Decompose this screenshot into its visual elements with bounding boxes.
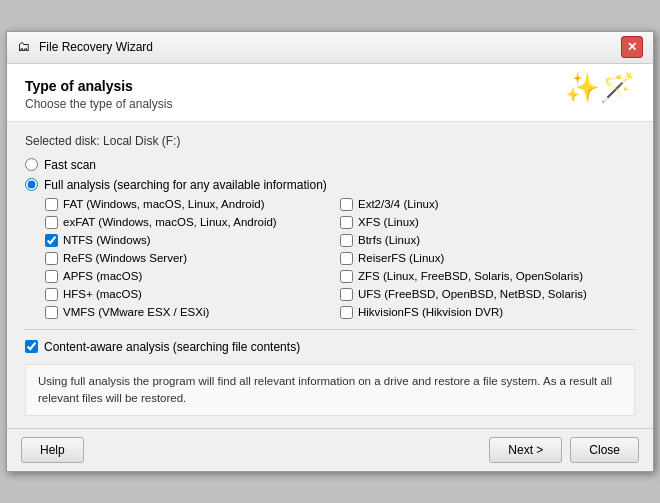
close-button[interactable]: Close [570,437,639,463]
hikvision-checkbox[interactable] [340,306,353,319]
reiserfs-label[interactable]: ReiserFS (Linux) [358,252,444,264]
checkboxes-section: FAT (Windows, macOS, Linux, Android) exF… [45,198,635,319]
title-close-button[interactable]: ✕ [621,36,643,58]
checkbox-xfs[interactable]: XFS (Linux) [340,216,635,229]
hikvision-label[interactable]: HikvisionFS (Hikvision DVR) [358,306,503,318]
checkbox-refs[interactable]: ReFS (Windows Server) [45,252,340,265]
full-analysis-label[interactable]: Full analysis (searching for any availab… [44,178,327,192]
zfs-checkbox[interactable] [340,270,353,283]
refs-label[interactable]: ReFS (Windows Server) [63,252,187,264]
checkbox-hikvision[interactable]: HikvisionFS (Hikvision DVR) [340,306,635,319]
header-text: Type of analysis Choose the type of anal… [25,78,172,111]
apfs-checkbox[interactable] [45,270,58,283]
ntfs-checkbox[interactable] [45,234,58,247]
analysis-subtitle: Choose the type of analysis [25,97,172,111]
content-aware-label[interactable]: Content-aware analysis (searching file c… [44,340,300,354]
footer-right: Next > Close [489,437,639,463]
refs-checkbox[interactable] [45,252,58,265]
analysis-title: Type of analysis [25,78,172,94]
title-bar: 🗂 File Recovery Wizard ✕ [7,32,653,64]
full-analysis-option[interactable]: Full analysis (searching for any availab… [25,178,635,192]
checkbox-col-right: Ext2/3/4 (Linux) XFS (Linux) Btrfs (Linu… [340,198,635,319]
info-text: Using full analysis the program will fin… [25,364,635,417]
checkbox-ufs[interactable]: UFS (FreeBSD, OpenBSD, NetBSD, Solaris) [340,288,635,301]
vmfs-checkbox[interactable] [45,306,58,319]
checkbox-col-left: FAT (Windows, macOS, Linux, Android) exF… [45,198,340,319]
footer: Help Next > Close [7,428,653,471]
reiserfs-checkbox[interactable] [340,252,353,265]
checkbox-columns: FAT (Windows, macOS, Linux, Android) exF… [45,198,635,319]
fast-scan-option[interactable]: Fast scan [25,158,635,172]
btrfs-label[interactable]: Btrfs (Linux) [358,234,420,246]
fat-checkbox[interactable] [45,198,58,211]
exfat-label[interactable]: exFAT (Windows, macOS, Linux, Android) [63,216,277,228]
ntfs-label[interactable]: NTFS (Windows) [63,234,151,246]
content-aware-checkbox[interactable] [25,340,38,353]
hfsplus-checkbox[interactable] [45,288,58,301]
content-aware-option[interactable]: Content-aware analysis (searching file c… [25,340,635,354]
app-icon: 🗂 [17,39,33,55]
next-button[interactable]: Next > [489,437,562,463]
fast-scan-radio[interactable] [25,158,38,171]
zfs-label[interactable]: ZFS (Linux, FreeBSD, Solaris, OpenSolari… [358,270,583,282]
ext234-label[interactable]: Ext2/3/4 (Linux) [358,198,439,210]
checkbox-ext234[interactable]: Ext2/3/4 (Linux) [340,198,635,211]
title-bar-text: File Recovery Wizard [39,40,153,54]
checkbox-exfat[interactable]: exFAT (Windows, macOS, Linux, Android) [45,216,340,229]
hfsplus-label[interactable]: HFS+ (macOS) [63,288,142,300]
checkbox-ntfs[interactable]: NTFS (Windows) [45,234,340,247]
xfs-checkbox[interactable] [340,216,353,229]
checkbox-vmfs[interactable]: VMFS (VMware ESX / ESXi) [45,306,340,319]
checkbox-zfs[interactable]: ZFS (Linux, FreeBSD, Solaris, OpenSolari… [340,270,635,283]
btrfs-checkbox[interactable] [340,234,353,247]
checkbox-apfs[interactable]: APFS (macOS) [45,270,340,283]
fat-label[interactable]: FAT (Windows, macOS, Linux, Android) [63,198,265,210]
selected-disk-label: Selected disk: Local Disk (F:) [25,134,635,148]
xfs-label[interactable]: XFS (Linux) [358,216,419,228]
fast-scan-label[interactable]: Fast scan [44,158,96,172]
title-bar-left: 🗂 File Recovery Wizard [17,39,153,55]
ufs-label[interactable]: UFS (FreeBSD, OpenBSD, NetBSD, Solaris) [358,288,587,300]
checkbox-fat[interactable]: FAT (Windows, macOS, Linux, Android) [45,198,340,211]
ext234-checkbox[interactable] [340,198,353,211]
exfat-checkbox[interactable] [45,216,58,229]
checkbox-btrfs[interactable]: Btrfs (Linux) [340,234,635,247]
apfs-label[interactable]: APFS (macOS) [63,270,142,282]
dialog-window: 🗂 File Recovery Wizard ✕ Type of analysi… [6,31,654,473]
wizard-icon: ✨🪄 [565,74,635,102]
checkbox-reiserfs[interactable]: ReiserFS (Linux) [340,252,635,265]
content-area: Selected disk: Local Disk (F:) Fast scan… [7,122,653,429]
divider [25,329,635,330]
full-analysis-radio[interactable] [25,178,38,191]
header-section: Type of analysis Choose the type of anal… [7,64,653,122]
help-button[interactable]: Help [21,437,84,463]
vmfs-label[interactable]: VMFS (VMware ESX / ESXi) [63,306,209,318]
ufs-checkbox[interactable] [340,288,353,301]
checkbox-hfsplus[interactable]: HFS+ (macOS) [45,288,340,301]
